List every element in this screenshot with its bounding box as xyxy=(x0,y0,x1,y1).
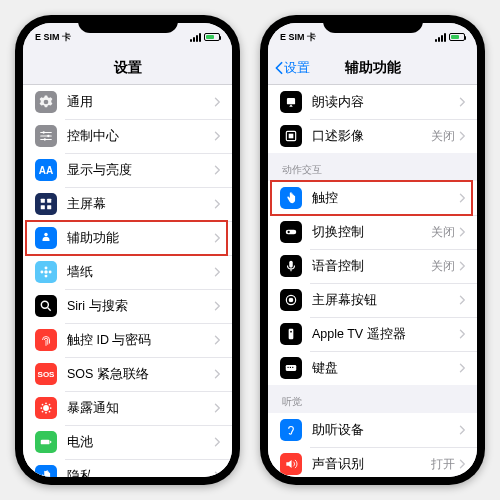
notch xyxy=(78,15,178,33)
settings-row[interactable]: 辅助功能 xyxy=(23,221,232,255)
svg-rect-1 xyxy=(40,132,52,133)
settings-row[interactable]: 触控 ID 与密码 xyxy=(23,323,232,357)
svg-point-12 xyxy=(45,266,48,269)
svg-rect-26 xyxy=(41,440,50,445)
back-label: 设置 xyxy=(284,59,310,77)
svg-rect-8 xyxy=(41,205,45,209)
settings-row[interactable]: Apple TV 遥控器 xyxy=(268,317,477,351)
settings-row[interactable]: Siri 与搜索 xyxy=(23,289,232,323)
flower-icon xyxy=(35,261,57,283)
row-label: 口述影像 xyxy=(312,128,431,145)
sound-icon xyxy=(280,453,302,475)
svg-point-18 xyxy=(45,402,47,404)
battery-icon xyxy=(204,33,220,41)
svg-rect-33 xyxy=(289,261,293,268)
svg-point-13 xyxy=(45,275,48,278)
settings-row[interactable]: 触控 xyxy=(268,181,477,215)
settings-row[interactable]: 语音控制 关闭 xyxy=(268,249,477,283)
virus-icon xyxy=(35,397,57,419)
chevron-right-icon xyxy=(214,331,220,349)
svg-rect-36 xyxy=(289,329,294,340)
ear-icon xyxy=(280,419,302,441)
chevron-right-icon xyxy=(459,223,465,241)
svg-rect-27 xyxy=(50,441,51,443)
svg-point-35 xyxy=(289,298,293,302)
voice-icon xyxy=(280,255,302,277)
row-label: 主屏幕 xyxy=(67,196,214,213)
row-label: 控制中心 xyxy=(67,128,214,145)
chevron-right-icon xyxy=(459,93,465,111)
chevron-right-icon xyxy=(214,93,220,111)
hand-icon xyxy=(35,465,57,477)
settings-row[interactable]: AA 显示与亮度 xyxy=(23,153,232,187)
settings-row[interactable]: 切换控制 关闭 xyxy=(268,215,477,249)
signal-icon xyxy=(190,33,201,42)
settings-row[interactable]: 朗读内容 xyxy=(268,85,477,119)
settings-row[interactable]: 隐私 xyxy=(23,459,232,477)
settings-row[interactable]: 墙纸 xyxy=(23,255,232,289)
row-label: 显示与亮度 xyxy=(67,162,214,179)
gear-icon xyxy=(35,91,57,113)
settings-row[interactable]: 通用 xyxy=(23,85,232,119)
row-label: 通用 xyxy=(67,94,214,111)
switch-icon xyxy=(280,221,302,243)
search-icon xyxy=(35,295,57,317)
settings-list[interactable]: 通用 控制中心 AA 显示与亮度 主屏幕 辅助功能 墙纸 Siri 与搜索 xyxy=(23,85,232,477)
settings-row[interactable]: 控制中心 xyxy=(23,119,232,153)
svg-point-14 xyxy=(40,271,43,274)
speak-icon xyxy=(280,91,302,113)
chevron-right-icon xyxy=(459,127,465,145)
row-label: 暴露通知 xyxy=(67,400,214,417)
row-label: 助听设备 xyxy=(312,422,459,439)
chevron-right-icon xyxy=(214,297,220,315)
chevron-right-icon xyxy=(459,421,465,439)
accessibility-list[interactable]: 朗读内容 口述影像 关闭 动作交互 触控 切换控制 关闭 语音控制 关闭 主屏幕… xyxy=(268,85,477,477)
settings-row[interactable]: 声音识别 打开 xyxy=(268,447,477,477)
chevron-right-icon xyxy=(214,161,220,179)
screen-left: E SIM 卡 设置 通用 控制中心 AA 显示与亮度 主屏幕 xyxy=(23,23,232,477)
row-label: 切换控制 xyxy=(312,224,431,241)
chevron-right-icon xyxy=(459,455,465,473)
row-label: 电池 xyxy=(67,434,214,451)
settings-row[interactable]: SOS SOS 紧急联络 xyxy=(23,357,232,391)
carrier-label: E SIM 卡 xyxy=(35,31,71,44)
row-label: 朗读内容 xyxy=(312,94,459,111)
chevron-right-icon xyxy=(459,325,465,343)
row-label: 主屏幕按钮 xyxy=(312,292,459,309)
settings-row[interactable]: 助听设备 xyxy=(268,413,477,447)
row-detail: 关闭 xyxy=(431,128,455,145)
svg-point-37 xyxy=(290,331,292,333)
row-label: 声音识别 xyxy=(312,456,431,473)
section-header: 听觉 xyxy=(268,385,477,413)
chevron-right-icon xyxy=(214,467,220,477)
settings-row[interactable]: 主屏幕 xyxy=(23,187,232,221)
svg-point-15 xyxy=(49,271,52,274)
grid-icon xyxy=(35,193,57,215)
page-title: 辅助功能 xyxy=(345,59,401,77)
chevron-right-icon xyxy=(214,195,220,213)
svg-point-21 xyxy=(50,407,52,409)
svg-point-11 xyxy=(44,270,48,274)
settings-row[interactable]: 电池 xyxy=(23,425,232,459)
battery-icon xyxy=(449,33,465,41)
phone-left: E SIM 卡 设置 通用 控制中心 AA 显示与亮度 主屏幕 xyxy=(15,15,240,485)
row-detail: 关闭 xyxy=(431,224,455,241)
settings-row[interactable]: 暴露通知 xyxy=(23,391,232,425)
carrier-label: E SIM 卡 xyxy=(280,31,316,44)
row-detail: 关闭 xyxy=(431,258,455,275)
touch-icon xyxy=(280,187,302,209)
settings-row[interactable]: 主屏幕按钮 xyxy=(268,283,477,317)
settings-row[interactable]: 口述影像 关闭 xyxy=(268,119,477,153)
chevron-right-icon xyxy=(459,291,465,309)
home-icon xyxy=(280,289,302,311)
notch xyxy=(323,15,423,33)
sliders-icon xyxy=(35,125,57,147)
back-button[interactable]: 设置 xyxy=(274,59,310,77)
signal-icon xyxy=(435,33,446,42)
settings-row[interactable]: 键盘 xyxy=(268,351,477,385)
svg-rect-28 xyxy=(287,98,295,104)
page-title: 设置 xyxy=(114,59,142,77)
row-label: Siri 与搜索 xyxy=(67,298,214,315)
navbar-right: 设置 辅助功能 xyxy=(268,51,477,85)
svg-rect-40 xyxy=(290,367,291,368)
